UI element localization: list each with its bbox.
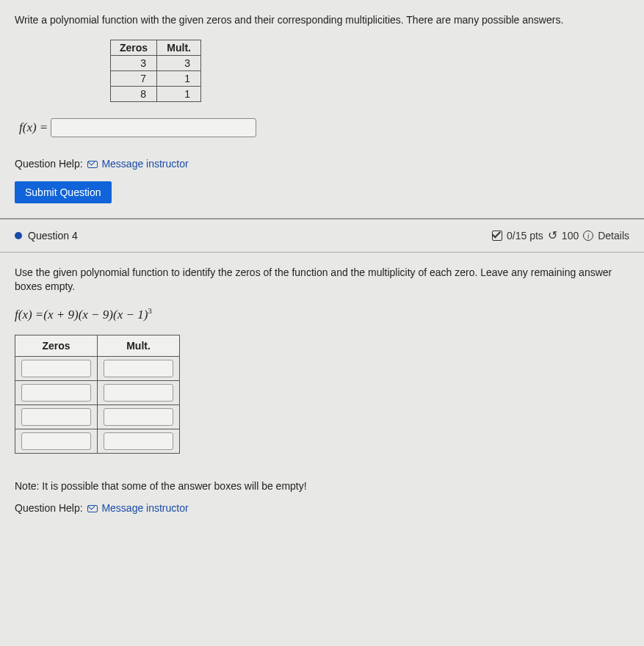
col-mult: Mult. bbox=[98, 335, 180, 357]
zero-input-4[interactable] bbox=[21, 432, 91, 450]
q3-answer-input[interactable] bbox=[51, 118, 256, 137]
mult-input-3[interactable] bbox=[104, 408, 173, 426]
question-3-body: Write a polynomial function with the giv… bbox=[0, 0, 644, 218]
table-row: 3 3 bbox=[111, 55, 201, 70]
q4-input-table: Zeros Mult. bbox=[15, 335, 180, 454]
q4-header-left: Question 4 bbox=[15, 230, 78, 242]
status-dot-icon bbox=[15, 232, 22, 239]
cell-mult: 3 bbox=[157, 55, 201, 70]
cell-zero: 8 bbox=[111, 86, 157, 101]
cell-zero: 7 bbox=[111, 70, 157, 86]
col-zeros: Zeros bbox=[111, 40, 157, 55]
q4-prompt: Use the given polynomial function to ide… bbox=[15, 266, 629, 294]
retry-icon: ↺ bbox=[548, 230, 557, 242]
cell-mult: 1 bbox=[157, 86, 201, 101]
q3-prompt: Write a polynomial function with the giv… bbox=[15, 13, 629, 28]
cell-zero: 3 bbox=[111, 55, 157, 70]
info-icon: i bbox=[583, 231, 593, 241]
col-zeros: Zeros bbox=[15, 335, 98, 357]
table-row bbox=[15, 429, 180, 454]
col-mult: Mult. bbox=[157, 40, 201, 55]
q3-help-row: Question Help: Message instructor bbox=[15, 158, 629, 170]
question-title: Question 4 bbox=[28, 230, 78, 242]
q3-data-table-wrap: Zeros Mult. 3 3 7 1 8 1 bbox=[110, 40, 629, 102]
q4-help-row: Question Help: Message instructor bbox=[15, 502, 629, 514]
q3-answer-row: f(x) = bbox=[19, 118, 629, 137]
formula-exponent: 3 bbox=[148, 306, 152, 315]
zero-input-2[interactable] bbox=[21, 384, 91, 402]
help-label: Question Help: bbox=[15, 158, 83, 170]
fx-label: f(x) = bbox=[19, 120, 48, 135]
table-row bbox=[15, 357, 180, 381]
mail-icon bbox=[87, 505, 98, 512]
q4-formula: f(x) =(x + 9)(x − 9)(x − 1)3 bbox=[15, 306, 629, 322]
zero-input-3[interactable] bbox=[21, 408, 91, 426]
mult-input-1[interactable] bbox=[104, 360, 173, 377]
check-icon bbox=[492, 231, 502, 241]
table-row bbox=[15, 405, 180, 429]
mult-input-2[interactable] bbox=[104, 384, 173, 402]
message-instructor-link[interactable]: Message instructor bbox=[101, 502, 188, 514]
retry-count: 100 bbox=[562, 230, 579, 242]
table-row: 8 1 bbox=[111, 86, 201, 101]
table-header-row: Zeros Mult. bbox=[111, 40, 201, 55]
question-4-body: Use the given polynomial function to ide… bbox=[0, 253, 644, 541]
table-row bbox=[15, 381, 180, 405]
mail-icon bbox=[87, 161, 98, 168]
details-link[interactable]: Details bbox=[598, 230, 629, 242]
q4-header-right: 0/15 pts ↺ 100 i Details bbox=[492, 230, 629, 242]
cell-mult: 1 bbox=[157, 70, 201, 86]
table-header-row: Zeros Mult. bbox=[15, 335, 180, 357]
message-instructor-link[interactable]: Message instructor bbox=[101, 158, 188, 170]
help-label: Question Help: bbox=[15, 502, 83, 514]
formula-prefix: f(x) = bbox=[15, 307, 43, 321]
q4-note: Note: It is possible that some of the an… bbox=[15, 480, 629, 492]
points-label: 0/15 pts bbox=[507, 230, 543, 242]
submit-question-button[interactable]: Submit Question bbox=[15, 181, 112, 203]
zero-input-1[interactable] bbox=[21, 360, 91, 377]
question-4-header: Question 4 0/15 pts ↺ 100 i Details bbox=[0, 218, 644, 253]
mult-input-4[interactable] bbox=[104, 432, 173, 450]
q3-data-table: Zeros Mult. 3 3 7 1 8 1 bbox=[110, 40, 201, 102]
table-row: 7 1 bbox=[111, 70, 201, 86]
formula-body: (x + 9)(x − 9)(x − 1) bbox=[43, 307, 148, 321]
